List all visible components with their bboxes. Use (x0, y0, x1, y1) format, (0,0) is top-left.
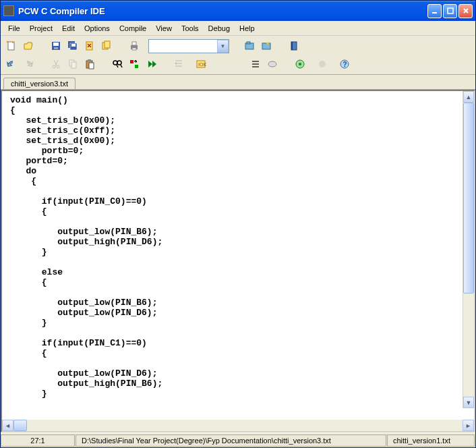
find-icon[interactable] (109, 57, 125, 72)
close-file-icon[interactable] (82, 38, 97, 53)
svg-point-27 (113, 61, 117, 65)
toolbar: ▼ IOIO (1, 36, 475, 75)
chevron-down-icon[interactable]: ▼ (217, 40, 229, 53)
svg-rect-14 (132, 48, 136, 50)
menu-edit[interactable]: Edit (57, 22, 80, 34)
menu-debug[interactable]: Debug (204, 22, 235, 34)
indent-icon[interactable] (171, 57, 186, 72)
horizontal-scrollbar[interactable]: ◄ ► (2, 420, 474, 431)
project-icon[interactable] (241, 38, 257, 53)
alt-file: chitti_version1.txt (387, 435, 475, 447)
menu-compile[interactable]: Compile (115, 22, 151, 34)
redo-icon[interactable] (20, 57, 36, 72)
stop-icon[interactable] (314, 57, 330, 72)
svg-rect-16 (247, 42, 250, 44)
scroll-up-icon[interactable]: ▲ (463, 91, 474, 103)
svg-rect-26 (89, 63, 94, 69)
app-window: PCW C Compiler IDE File Project Edit Opt… (0, 0, 476, 448)
minimize-button[interactable] (427, 4, 442, 18)
maximize-button[interactable] (443, 4, 457, 18)
scroll-thumb[interactable] (463, 103, 474, 293)
title-bar: PCW C Compiler IDE (1, 1, 475, 21)
editor-area: void main() { set_tris_b(0x00); set_tris… (1, 90, 475, 432)
find-next-icon[interactable] (143, 57, 158, 72)
cursor-position: 27:1 (1, 435, 75, 447)
print-icon[interactable] (126, 38, 142, 53)
code-content: void main() { set_tris_b(0x00); set_tris… (2, 91, 474, 403)
status-bar: 27:1 D:\Studies\Final Year Project(Degre… (1, 432, 475, 447)
menu-project[interactable]: Project (25, 22, 57, 34)
help-icon[interactable]: ? (336, 57, 352, 72)
new-file-icon[interactable] (3, 38, 19, 53)
svg-rect-25 (88, 59, 91, 61)
app-icon (3, 5, 14, 16)
svg-rect-29 (130, 60, 133, 63)
svg-rect-19 (291, 42, 293, 50)
target-combo[interactable]: ▼ (148, 39, 229, 53)
svg-rect-8 (71, 44, 76, 47)
vertical-scrollbar[interactable]: ▲ ▼ (463, 91, 474, 408)
svg-point-28 (117, 61, 121, 65)
svg-rect-1 (448, 8, 453, 13)
tab-strip: chitti_version3.txt (1, 75, 475, 90)
scroll-down-icon[interactable]: ▼ (463, 397, 474, 408)
scroll-right-icon[interactable]: ► (463, 420, 474, 431)
menu-options[interactable]: Options (80, 22, 115, 34)
book-icon[interactable] (286, 38, 301, 53)
svg-point-33 (268, 61, 276, 67)
svg-rect-30 (135, 65, 138, 68)
open-file-icon[interactable] (20, 38, 36, 53)
toggle-lines-icon[interactable] (247, 57, 263, 72)
hscroll-thumb[interactable] (13, 420, 27, 431)
file-tab[interactable]: chitti_version3.txt (3, 78, 76, 89)
code-editor[interactable]: void main() { set_tris_b(0x00); set_tris… (2, 91, 474, 420)
svg-point-35 (299, 63, 301, 65)
menu-help[interactable]: Help (235, 22, 260, 34)
toggle-wrap-icon[interactable] (264, 57, 280, 72)
save-icon[interactable] (48, 38, 63, 53)
close-all-icon[interactable] (98, 38, 114, 53)
project-wizard-icon[interactable] (258, 38, 274, 53)
menu-file[interactable]: File (3, 22, 25, 34)
compile-icon[interactable] (292, 57, 307, 72)
close-button[interactable] (458, 4, 473, 18)
replace-icon[interactable] (126, 57, 142, 72)
paste-icon[interactable] (82, 57, 97, 72)
svg-rect-11 (105, 41, 110, 48)
svg-text:?: ? (343, 61, 347, 68)
menu-bar: File Project Edit Options Compile View T… (1, 21, 475, 36)
svg-rect-23 (71, 62, 76, 68)
svg-text:IOIO: IOIO (198, 62, 206, 67)
scroll-left-icon[interactable]: ◄ (2, 420, 13, 431)
window-title: PCW C Compiler IDE (18, 6, 427, 16)
svg-point-21 (57, 65, 59, 68)
svg-rect-0 (432, 12, 437, 13)
copy-icon[interactable] (65, 57, 80, 72)
svg-point-36 (319, 61, 326, 67)
svg-rect-17 (262, 43, 270, 49)
svg-point-20 (53, 65, 55, 68)
menu-view[interactable]: View (151, 22, 177, 34)
cut-icon[interactable] (48, 57, 63, 72)
binary-icon[interactable]: IOIO (193, 57, 208, 72)
undo-icon[interactable] (3, 57, 19, 72)
file-path: D:\Studies\Final Year Project(Degree)\Fy… (76, 435, 386, 447)
menu-tools[interactable]: Tools (177, 22, 204, 34)
svg-rect-4 (53, 43, 59, 46)
svg-rect-5 (54, 47, 58, 49)
svg-rect-13 (132, 42, 136, 45)
save-all-icon[interactable] (65, 38, 80, 53)
